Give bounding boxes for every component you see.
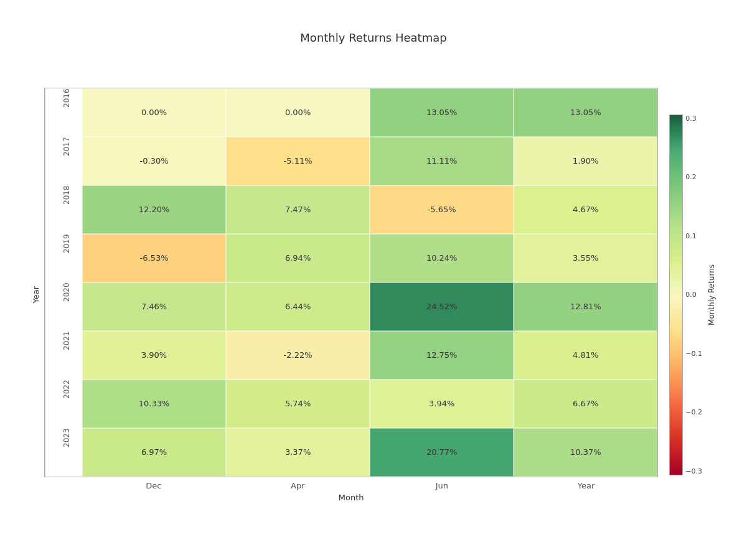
heatmap-cell: 5.74% (226, 380, 370, 428)
heatmap-area: 20160.00%0.00%13.05%13.05%2017-0.30%-5.1… (44, 88, 658, 502)
year-label: 2018 (45, 185, 82, 234)
heatmap-cell: 3.37% (226, 428, 370, 477)
x-axis-column-label: Dec (82, 481, 226, 490)
year-label: 2023 (45, 428, 82, 477)
heatmap-cell: 7.47% (226, 185, 370, 234)
colorbar-tick: 0.0 (685, 291, 702, 299)
heatmap-cell: 6.67% (514, 380, 657, 428)
heatmap-cell: 20.77% (370, 428, 514, 477)
x-axis-labels: DecAprJunYear (44, 481, 658, 490)
colorbar-tick: 0.2 (685, 173, 702, 181)
x-axis-column-label: Year (514, 481, 659, 490)
colorbar-tick: −0.1 (685, 350, 702, 358)
year-label: 2017 (45, 137, 82, 185)
heatmap-cell: 6.97% (82, 428, 226, 477)
colorbar-tick: 0.1 (685, 232, 702, 240)
colorbar (669, 114, 683, 475)
heatmap-cell: 3.55% (514, 234, 657, 282)
heatmap-cell: 12.81% (514, 282, 657, 331)
year-label: 2020 (45, 282, 82, 331)
heatmap-grid: 20160.00%0.00%13.05%13.05%2017-0.30%-5.1… (44, 88, 658, 477)
heatmap-cell: -5.11% (226, 137, 370, 185)
heatmap-cell: -0.30% (82, 137, 226, 185)
chart-body: Year 20160.00%0.00%13.05%13.05%2017-0.30… (31, 54, 716, 535)
colorbar-container: 0.30.20.10.0−0.1−0.2−0.3 Monthly Returns (669, 54, 716, 535)
x-axis-title: Month (44, 493, 658, 502)
colorbar-label: Monthly Returns (707, 264, 716, 325)
heatmap-cell: 10.33% (82, 380, 226, 428)
heatmap-cell: 10.24% (370, 234, 514, 282)
colorbar-tick: −0.3 (685, 467, 702, 475)
heatmap-cell: 6.44% (226, 282, 370, 331)
heatmap-cell: 0.00% (226, 88, 370, 137)
heatmap-cell: 6.94% (226, 234, 370, 282)
heatmap-cell: 13.05% (370, 88, 514, 137)
heatmap-cell: -5.65% (370, 185, 514, 234)
year-label: 2019 (45, 234, 82, 282)
colorbar-outer: 0.30.20.10.0−0.1−0.2−0.3 Monthly Returns (669, 54, 716, 535)
colorbar-ticks: 0.30.20.10.0−0.1−0.2−0.3 (683, 114, 702, 475)
colorbar-tick: −0.2 (685, 408, 702, 416)
heatmap-cell: 4.81% (514, 331, 657, 380)
year-label: 2016 (45, 88, 82, 137)
heatmap-cell: 12.20% (82, 185, 226, 234)
chart-container: Monthly Returns Heatmap Year 20160.00%0.… (31, 25, 716, 535)
x-axis-column-label: Apr (226, 481, 370, 490)
heatmap-cell: 3.90% (82, 331, 226, 380)
heatmap-cell: 10.37% (514, 428, 657, 477)
chart-title: Monthly Returns Heatmap (300, 31, 446, 44)
colorbar-wrap: 0.30.20.10.0−0.1−0.2−0.3 (669, 114, 702, 475)
heatmap-cell: 7.46% (82, 282, 226, 331)
year-label: 2022 (45, 380, 82, 428)
x-axis-column-label: Jun (370, 481, 514, 490)
heatmap-cell: 13.05% (514, 88, 657, 137)
heatmap-cell: 12.75% (370, 331, 514, 380)
heatmap-cell: 11.11% (370, 137, 514, 185)
heatmap-cell: 0.00% (82, 88, 226, 137)
heatmap-cell: 3.94% (370, 380, 514, 428)
y-axis-label: Year (31, 286, 40, 304)
heatmap-cell: -6.53% (82, 234, 226, 282)
year-label: 2021 (45, 331, 82, 380)
heatmap-cell: -2.22% (226, 331, 370, 380)
heatmap-cell: 24.52% (370, 282, 514, 331)
heatmap-cell: 1.90% (514, 137, 657, 185)
heatmap-cell: 4.67% (514, 185, 657, 234)
colorbar-tick: 0.3 (685, 114, 702, 123)
